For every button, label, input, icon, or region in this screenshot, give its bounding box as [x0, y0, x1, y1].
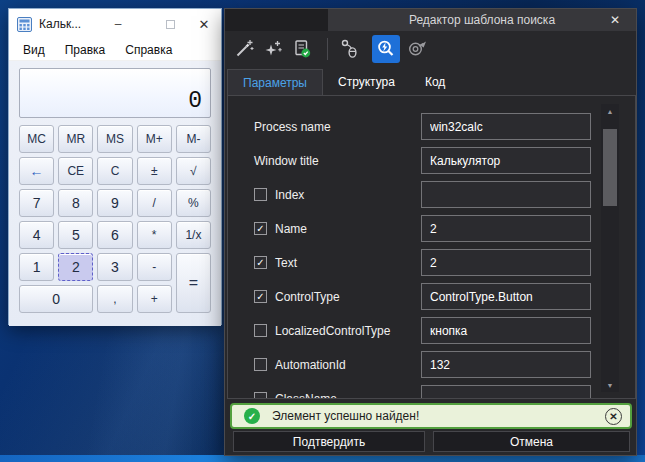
menu-view[interactable]: Вид — [16, 41, 52, 59]
calc-button-divide[interactable]: / — [137, 189, 172, 217]
calc-button-one[interactable]: 1 — [19, 253, 54, 281]
label-name: Name — [275, 222, 307, 236]
label-class-name: ClassName — [275, 392, 337, 399]
input-localized-control-type[interactable] — [421, 317, 591, 344]
property-row-window-title: Window title — [228, 147, 635, 174]
close-icon: ✕ — [610, 13, 620, 27]
calc-button-percent[interactable]: % — [176, 189, 211, 217]
minimize-button[interactable]: – — [101, 9, 135, 39]
input-class-name[interactable] — [421, 385, 591, 398]
checkbox-name[interactable]: ✓ — [254, 222, 267, 235]
input-name[interactable] — [421, 215, 591, 242]
calc-button-grid: MCMRMSM+M-←CEC±√789/%456*1/x123-=0,+ — [19, 125, 211, 313]
tab-code[interactable]: Код — [410, 69, 460, 95]
calc-button-four[interactable]: 4 — [19, 221, 54, 249]
calc-button-two[interactable]: 2 — [58, 253, 93, 281]
input-index[interactable] — [421, 181, 591, 208]
calc-button-memory-add[interactable]: M+ — [137, 125, 172, 153]
scrollbar-thumb[interactable] — [603, 129, 617, 206]
maximize-icon — [166, 20, 175, 29]
calc-button-decimal[interactable]: , — [97, 285, 132, 313]
calculator-window-title: Кальк... — [39, 17, 81, 31]
calc-button-memory-store[interactable]: MS — [97, 125, 132, 153]
calc-button-equals[interactable]: = — [176, 253, 211, 313]
calc-button-subtract[interactable]: - — [137, 253, 172, 281]
cancel-button[interactable]: Отмена — [433, 431, 630, 452]
calc-button-backspace[interactable]: ← — [19, 157, 54, 185]
success-notification: ✓ Элемент успешно найден! ✕ — [230, 403, 632, 429]
editor-titlebar[interactable]: Редактор шаблона поиска ✕ — [225, 9, 636, 31]
label-localized-control-type: LocalizedControlType — [275, 324, 390, 338]
calc-button-six[interactable]: 6 — [97, 221, 132, 249]
checkbox-text[interactable]: ✓ — [254, 256, 267, 269]
tab-structure[interactable]: Структура — [323, 69, 410, 95]
input-automation-id[interactable] — [421, 351, 591, 378]
sparkles-icon[interactable] — [262, 38, 284, 60]
scroll-down-icon[interactable]: ▼ — [601, 378, 619, 392]
editor-rows: Process nameWindow titleIndex✓Name✓Text✓… — [228, 96, 635, 398]
checkbox-class-name[interactable] — [254, 392, 267, 398]
calc-button-clear[interactable]: C — [97, 157, 132, 185]
calc-button-zero[interactable]: 0 — [19, 285, 93, 313]
calculator-display: 0 — [19, 68, 211, 118]
tab-label: Код — [425, 75, 445, 89]
editor-title: Редактор шаблона поиска — [409, 13, 555, 27]
checkbox-control-type[interactable]: ✓ — [254, 290, 267, 303]
input-control-type[interactable] — [421, 283, 591, 310]
target-cursor-icon[interactable] — [407, 38, 429, 60]
calc-button-nine[interactable]: 9 — [97, 189, 132, 217]
search-flash-icon[interactable] — [372, 35, 400, 63]
calc-button-multiply[interactable]: * — [137, 221, 172, 249]
minimize-icon: – — [115, 17, 122, 31]
tab-label: Структура — [338, 75, 395, 89]
editor-toolbar — [225, 31, 636, 67]
scroll-up-icon[interactable]: ▲ — [601, 104, 619, 118]
checkbox-index[interactable] — [254, 188, 267, 201]
calc-button-five[interactable]: 5 — [58, 221, 93, 249]
label-text: Text — [275, 256, 297, 270]
editor-footer: Подтвердить Отмена — [225, 431, 636, 452]
calc-button-clear-entry[interactable]: CE — [58, 157, 93, 185]
calc-button-negate[interactable]: ± — [137, 157, 172, 185]
calculator-titlebar[interactable]: Кальк... – ✕ — [9, 9, 221, 39]
maximize-button[interactable] — [153, 9, 187, 39]
close-icon: ✕ — [199, 17, 210, 32]
calc-button-reciprocal[interactable]: 1/x — [176, 221, 211, 249]
property-row-control-type: ✓ControlType — [228, 283, 635, 310]
property-row-localized-control-type: LocalizedControlType — [228, 317, 635, 344]
pick-element-icon[interactable] — [339, 38, 361, 60]
property-row-text: ✓Text — [228, 249, 635, 276]
editor-close-button[interactable]: ✕ — [602, 9, 628, 31]
property-row-process-name: Process name — [228, 113, 635, 140]
input-window-title[interactable] — [421, 147, 591, 174]
input-process-name[interactable] — [421, 113, 591, 140]
validate-document-icon[interactable] — [291, 38, 313, 60]
calc-button-sqrt[interactable]: √ — [176, 157, 211, 185]
toolbar-separator — [327, 38, 328, 60]
tab-parameters[interactable]: Параметры — [227, 69, 323, 95]
success-check-icon: ✓ — [244, 408, 260, 424]
calc-button-memory-subtract[interactable]: M- — [176, 125, 211, 153]
magic-wand-icon[interactable] — [233, 38, 255, 60]
close-button[interactable]: ✕ — [187, 9, 221, 39]
checkbox-automation-id[interactable] — [254, 358, 267, 371]
calc-button-three[interactable]: 3 — [97, 253, 132, 281]
calculator-menubar: Вид Правка Справка — [9, 39, 221, 61]
property-row-automation-id: AutomationId — [228, 351, 635, 378]
confirm-button[interactable]: Подтвердить — [233, 431, 425, 452]
calc-button-seven[interactable]: 7 — [19, 189, 54, 217]
checkbox-localized-control-type[interactable] — [254, 324, 267, 337]
wallpaper-bottom-strip — [0, 455, 645, 462]
input-text[interactable] — [421, 249, 591, 276]
calc-button-memory-clear[interactable]: MC — [19, 125, 54, 153]
calc-button-eight[interactable]: 8 — [58, 189, 93, 217]
calc-button-add[interactable]: + — [137, 285, 172, 313]
menu-help[interactable]: Справка — [118, 41, 179, 59]
label-window-title: Window title — [254, 154, 319, 168]
scrollbar[interactable]: ▲ ▼ — [601, 104, 619, 392]
menu-edit[interactable]: Правка — [58, 41, 113, 59]
parameters-panel: Process nameWindow titleIndex✓Name✓Text✓… — [227, 95, 636, 399]
calc-button-memory-recall[interactable]: MR — [58, 125, 93, 153]
notification-close-button[interactable]: ✕ — [605, 408, 622, 425]
editor-titlebar-right: Редактор шаблона поиска — [328, 9, 636, 31]
